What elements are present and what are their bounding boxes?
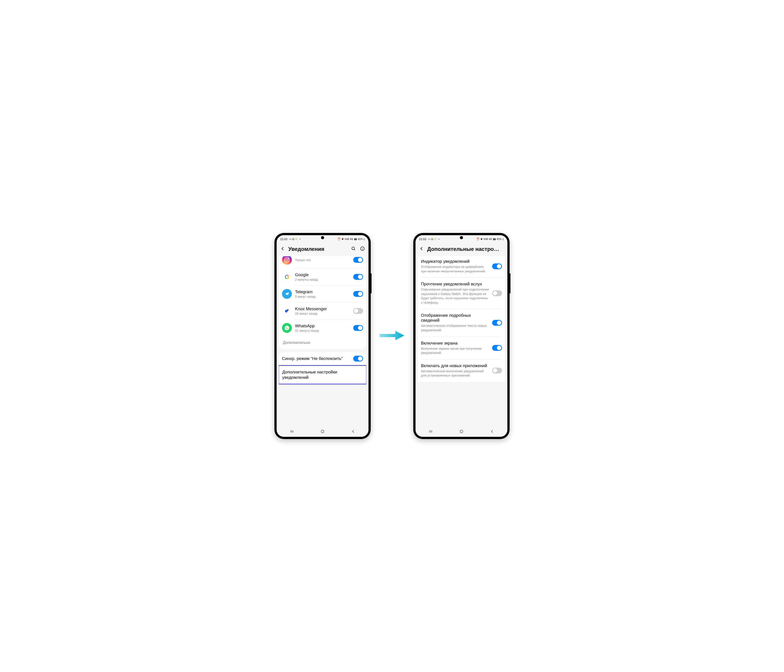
battery-icon: ▯ bbox=[502, 238, 504, 241]
svg-point-6 bbox=[287, 310, 288, 311]
header: Уведомления bbox=[277, 243, 369, 256]
setting-desc: Включение экрана часов при получении уве… bbox=[421, 347, 489, 355]
app-row-wa[interactable]: WhatsApp31 минуту назад bbox=[279, 319, 366, 336]
signal-icon: ▮▮ bbox=[493, 238, 496, 241]
status-time: 21:02 bbox=[280, 238, 288, 241]
page-title: Дополнительные настро… bbox=[427, 246, 504, 252]
svg-point-3 bbox=[286, 259, 288, 261]
status-4g: 4G bbox=[489, 238, 492, 240]
setting-toggle[interactable] bbox=[492, 320, 502, 326]
arrow-icon bbox=[380, 330, 404, 342]
setting-title: Включать для новых приложений bbox=[421, 363, 489, 368]
info-icon[interactable] bbox=[360, 246, 365, 252]
nav-bar bbox=[277, 427, 369, 437]
app-toggle[interactable] bbox=[353, 291, 363, 297]
setting-toggle[interactable] bbox=[492, 367, 502, 373]
back-icon[interactable] bbox=[280, 246, 285, 252]
app-sub: 28 минут назад bbox=[295, 312, 350, 316]
content-left[interactable]: InstagramТолько чтоGGoogle2 минуты назад… bbox=[277, 256, 369, 427]
setting-desc: Автоматическое отображение текста новых … bbox=[421, 324, 489, 333]
setting-toggle[interactable] bbox=[492, 263, 502, 269]
dnd-toggle[interactable] bbox=[353, 356, 363, 361]
app-toggle[interactable] bbox=[353, 308, 363, 314]
setting-row-4[interactable]: Включать для новых приложенийАвтоматичес… bbox=[418, 359, 505, 382]
app-name: Google bbox=[295, 272, 350, 277]
svg-rect-7 bbox=[321, 430, 324, 433]
nav-recent-icon[interactable] bbox=[428, 429, 433, 434]
setting-toggle[interactable] bbox=[492, 290, 502, 296]
phone-left: 21:02 ▭ ◎ ⛅ ⏰ ✱ VoB 4G ▮▮ 41% ▯ Уведомле… bbox=[274, 233, 371, 439]
app-name: Knox Messenger bbox=[295, 306, 350, 311]
alarm-icon: ⏰ bbox=[338, 238, 341, 241]
app-sub: Только что bbox=[295, 258, 350, 262]
app-row-knox[interactable]: Knox Messenger28 минут назад bbox=[279, 302, 366, 319]
nav-home-icon[interactable] bbox=[459, 429, 464, 434]
wa-icon bbox=[282, 323, 292, 333]
header: Дополнительные настро… bbox=[415, 243, 507, 256]
setting-title: Включение экрана bbox=[421, 341, 489, 345]
tg-icon bbox=[282, 289, 292, 299]
app-sub: 5 минут назад bbox=[295, 295, 350, 299]
setting-row-0[interactable]: Индикатор уведомленийОтображение индикат… bbox=[418, 256, 505, 277]
battery-icon: ▯ bbox=[364, 238, 365, 241]
phone-right: 21:02 ▭ ◎ ⛅ ⏰ ✱ VoB 4G ▮▮ 41% ▯ Дополнит… bbox=[413, 233, 510, 439]
advanced-settings-label: Дополнительные настройки уведомлений bbox=[282, 369, 363, 380]
content-right[interactable]: Индикатор уведомленийОтображение индикат… bbox=[415, 256, 507, 427]
svg-point-0 bbox=[352, 247, 355, 250]
app-name: Telegram bbox=[295, 289, 350, 294]
app-sub: 31 минуту назад bbox=[295, 329, 350, 333]
nav-back-icon[interactable] bbox=[490, 429, 495, 434]
setting-row-3[interactable]: Включение экранаВключение экрана часов п… bbox=[418, 337, 505, 359]
app-list-card: InstagramТолько чтоGGoogle2 минуты назад… bbox=[279, 256, 366, 349]
page-title: Уведомления bbox=[288, 246, 348, 252]
ig-icon bbox=[282, 256, 292, 265]
app-row-google[interactable]: GGoogle2 минуты назад bbox=[279, 268, 366, 285]
status-4g: 4G bbox=[350, 238, 353, 240]
status-battery: 41% bbox=[358, 238, 362, 240]
app-row-ig[interactable]: InstagramТолько что bbox=[279, 256, 366, 268]
svg-rect-8 bbox=[460, 430, 463, 433]
app-toggle[interactable] bbox=[353, 325, 363, 331]
knox-icon bbox=[282, 306, 292, 316]
setting-toggle[interactable] bbox=[492, 345, 502, 351]
nav-home-icon[interactable] bbox=[320, 429, 325, 434]
advanced-settings-row[interactable]: Дополнительные настройки уведомлений bbox=[279, 365, 366, 384]
app-name: WhatsApp bbox=[295, 324, 350, 328]
settings-card: Синхр. режим "Не беспокоить" Дополнитель… bbox=[279, 352, 366, 384]
google-icon: G bbox=[282, 272, 292, 282]
search-icon[interactable] bbox=[351, 246, 356, 252]
screen-left: 21:02 ▭ ◎ ⛅ ⏰ ✱ VoB 4G ▮▮ 41% ▯ Уведомле… bbox=[277, 235, 369, 437]
app-toggle[interactable] bbox=[353, 257, 363, 263]
svg-point-4 bbox=[288, 258, 288, 259]
app-toggle[interactable] bbox=[353, 274, 363, 280]
setting-title: Индикатор уведомлений bbox=[421, 259, 489, 264]
nav-bar bbox=[415, 427, 507, 437]
setting-title: Прочтение уведомлений вслух bbox=[421, 282, 489, 286]
status-time: 21:02 bbox=[419, 238, 426, 241]
status-left-icons: ▭ ◎ ⛅ bbox=[428, 238, 437, 241]
nav-recent-icon[interactable] bbox=[289, 429, 294, 434]
more-button[interactable]: Дополнительно bbox=[279, 336, 366, 349]
app-row-tg[interactable]: Telegram5 минут назад bbox=[279, 285, 366, 302]
camera-cutout bbox=[321, 236, 324, 239]
setting-row-1[interactable]: Прочтение уведомлений вслухОзвучивание у… bbox=[418, 277, 505, 309]
alarm-icon: ⏰ bbox=[476, 238, 479, 241]
dnd-title: Синхр. режим "Не беспокоить" bbox=[282, 356, 350, 361]
setting-desc: Озвучивание уведомлений при подключении … bbox=[421, 288, 489, 305]
settings-list: Индикатор уведомленийОтображение индикат… bbox=[418, 256, 505, 382]
status-net: VoB bbox=[344, 238, 349, 240]
setting-row-2[interactable]: Отображение подробных сведенийАвтоматиче… bbox=[418, 309, 505, 336]
status-battery: 41% bbox=[496, 238, 501, 240]
app-sub: 2 минуты назад bbox=[295, 278, 350, 282]
status-left-icons: ▭ ◎ ⛅ bbox=[289, 238, 299, 241]
setting-desc: Отображение индикатора на циферблате при… bbox=[421, 265, 489, 274]
camera-cutout bbox=[460, 236, 463, 239]
nav-back-icon[interactable] bbox=[351, 429, 356, 434]
signal-icon: ▮▮ bbox=[354, 238, 357, 241]
bluetooth-icon: ✱ bbox=[481, 238, 482, 241]
back-icon[interactable] bbox=[419, 246, 424, 252]
screen-right: 21:02 ▭ ◎ ⛅ ⏰ ✱ VoB 4G ▮▮ 41% ▯ Дополнит… bbox=[415, 235, 507, 437]
dnd-sync-row[interactable]: Синхр. режим "Не беспокоить" bbox=[279, 352, 366, 365]
status-net: VoB bbox=[484, 238, 488, 240]
setting-title: Отображение подробных сведений bbox=[421, 313, 489, 323]
